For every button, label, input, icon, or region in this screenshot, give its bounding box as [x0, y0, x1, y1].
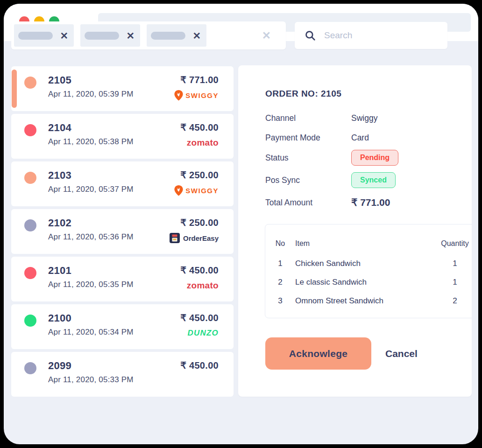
col-header-item: Item [295, 239, 431, 248]
filter-chip-label-placeholder [18, 32, 53, 40]
item-quantity: 2 [431, 296, 472, 306]
order-number: 2101 [48, 265, 134, 277]
field-payment-mode: Payment Mode Card [265, 131, 452, 144]
order-list-item[interactable]: 2104 Apr 11, 2020, 05:38 PM ₹ 450.00 zom… [11, 114, 234, 159]
order-status-dot [24, 77, 36, 89]
order-list: 2105 Apr 11, 2020, 05:39 PM ₹ 771.00 SWI… [11, 66, 234, 397]
order-datetime: Apr 11, 2020, 05:35 PM [48, 280, 134, 289]
no-channel-logo [180, 375, 219, 386]
table-row: 1 Chicken Sandwich 1 [265, 254, 472, 273]
clear-all-filters-icon[interactable]: ✕ [262, 30, 271, 41]
order-number: 2099 [48, 360, 134, 372]
order-list-item[interactable]: 2100 Apr 11, 2020, 05:34 PM ₹ 450.00 DUN… [11, 304, 234, 349]
order-status-dot [24, 124, 36, 136]
order-status-dot [24, 172, 36, 184]
order-number: 2103 [48, 169, 134, 182]
order-amount: ₹ 771.00 [174, 74, 219, 85]
ordereasy-wordmark: OrderEasy [183, 234, 219, 242]
order-detail-panel: ORDER NO: 2105 Channel Swiggy Payment Mo… [238, 65, 472, 397]
order-list-item[interactable]: 2101 Apr 11, 2020, 05:35 PM ₹ 450.00 zom… [11, 257, 234, 301]
filter-chips-bar: ✕ ✕ ✕ ✕ [11, 21, 286, 49]
field-value: Swiggy [351, 113, 377, 123]
col-header-quantity: Quantity [431, 239, 472, 248]
swiggy-pin-icon [174, 185, 183, 196]
field-total-amount: Total Amount ₹ 771.00 [265, 196, 452, 210]
item-no: 1 [265, 259, 295, 268]
remove-filter-icon[interactable]: ✕ [126, 31, 135, 41]
order-items-table: No Item Quantity 1 Chicken Sandwich 1 2 … [265, 224, 472, 318]
order-number: 2102 [48, 217, 134, 229]
field-label: Channel [265, 113, 351, 123]
order-amount: ₹ 450.00 [180, 265, 219, 276]
order-list-item[interactable]: 2105 Apr 11, 2020, 05:39 PM ₹ 771.00 SWI… [11, 66, 234, 111]
pos-synced-badge: Synced [351, 172, 396, 188]
field-value: Card [351, 133, 369, 143]
browser-window: ✕ ✕ ✕ ✕ 2105 Apr 11, 2020, 05:39 PM ₹ 77… [4, 4, 478, 444]
search-input[interactable] [324, 30, 441, 41]
filter-chip[interactable]: ✕ [14, 24, 74, 47]
order-datetime: Apr 11, 2020, 05:34 PM [48, 328, 134, 337]
order-number: 2105 [48, 74, 134, 86]
total-amount-value: ₹ 771.00 [351, 197, 390, 208]
order-datetime: Apr 11, 2020, 05:33 PM [48, 375, 134, 385]
item-name: Le classic Sandwich [295, 278, 431, 287]
order-amount: ₹ 250.00 [170, 217, 219, 228]
field-label: Status [265, 153, 351, 163]
remove-filter-icon[interactable]: ✕ [192, 31, 201, 41]
field-label: Pos Sync [265, 175, 351, 185]
items-table-header: No Item Quantity [265, 236, 472, 252]
filter-chip-label-placeholder [151, 32, 185, 40]
order-status-dot [24, 362, 36, 374]
order-amount: ₹ 250.00 [174, 169, 219, 181]
item-quantity: 1 [431, 278, 472, 287]
order-datetime: Apr 11, 2020, 05:39 PM [48, 90, 134, 99]
order-number: 2104 [48, 122, 134, 134]
swiggy-logo: SWIGGY [174, 90, 219, 101]
remove-filter-icon[interactable]: ✕ [60, 31, 68, 41]
order-detail-title: ORDER NO: 2105 [265, 89, 341, 99]
field-status: Status Pending [265, 150, 452, 166]
order-amount: ₹ 450.00 [180, 122, 219, 133]
search-icon [304, 29, 316, 42]
cancel-button[interactable]: Cancel [385, 348, 418, 359]
order-status-dot [24, 315, 36, 327]
zomato-logo: zomato [180, 137, 219, 148]
item-no: 2 [265, 278, 295, 287]
swiggy-pin-icon [174, 90, 183, 101]
order-list-item[interactable]: 2103 Apr 11, 2020, 05:37 PM ₹ 250.00 SWI… [11, 161, 234, 206]
ordereasy-machine-icon [170, 233, 180, 243]
zomato-wordmark: zomato [187, 280, 219, 291]
swiggy-wordmark: SWIGGY [185, 91, 219, 99]
order-number: 2100 [48, 312, 134, 324]
ordereasy-logo: OrderEasy [170, 232, 219, 244]
order-amount: ₹ 450.00 [180, 312, 219, 323]
order-amount: ₹ 450.00 [180, 360, 219, 371]
filter-chip[interactable]: ✕ [147, 24, 206, 47]
acknowledge-button[interactable]: Acknowlege [265, 337, 371, 370]
field-label: Total Amount [265, 198, 351, 208]
dunzo-wordmark: DUNZO [188, 329, 219, 338]
table-row: 3 Omnom Street Sandwich 2 [265, 292, 472, 310]
filter-chip[interactable]: ✕ [80, 24, 140, 47]
field-pos-sync: Pos Sync Synced [265, 172, 452, 188]
table-row: 2 Le classic Sandwich 1 [265, 273, 472, 292]
item-name: Chicken Sandwich [295, 259, 431, 268]
item-quantity: 1 [431, 259, 472, 268]
order-datetime: Apr 11, 2020, 05:36 PM [48, 232, 134, 242]
field-channel: Channel Swiggy [265, 112, 452, 125]
order-actions: Acknowlege Cancel [265, 337, 418, 370]
filter-chip-label-placeholder [85, 32, 119, 40]
zomato-logo: zomato [180, 280, 219, 291]
zomato-wordmark: zomato [187, 138, 219, 148]
order-datetime: Apr 11, 2020, 05:38 PM [48, 137, 134, 147]
field-label: Payment Mode [265, 133, 351, 143]
swiggy-logo: SWIGGY [174, 185, 219, 196]
order-detail-fields: Channel Swiggy Payment Mode Card Status … [265, 112, 452, 210]
order-list-item[interactable]: 2102 Apr 11, 2020, 05:36 PM ₹ 250.00 Ord… [11, 209, 234, 254]
search-box [295, 22, 447, 49]
item-no: 3 [265, 296, 295, 306]
item-name: Omnom Street Sandwich [295, 296, 431, 306]
order-status-dot [24, 219, 36, 231]
order-list-item[interactable]: 2099 Apr 11, 2020, 05:33 PM ₹ 450.00 [11, 352, 234, 397]
swiggy-wordmark: SWIGGY [185, 187, 219, 195]
